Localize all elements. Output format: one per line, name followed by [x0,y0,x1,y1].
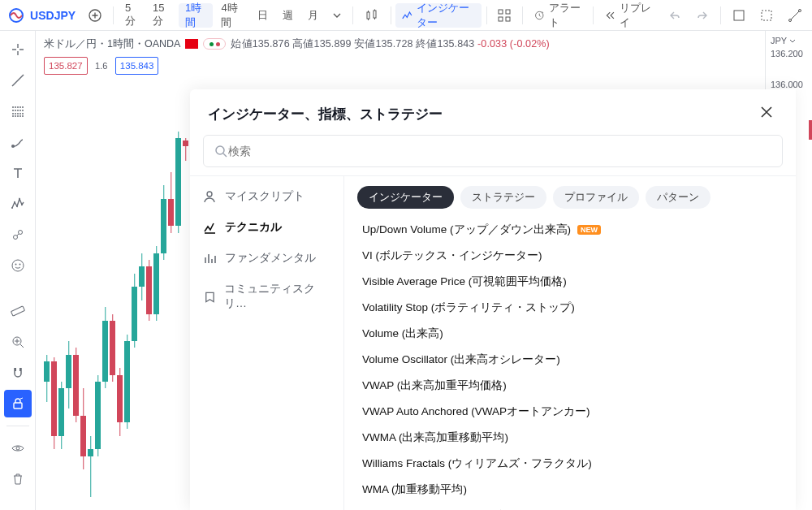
left-tool-rail [0,31,36,510]
category-item[interactable]: ファンダメンタル [190,243,343,274]
tab-0[interactable]: インジケーター [357,186,454,209]
svg-rect-4 [499,10,503,14]
tf-dropdown[interactable] [326,3,348,28]
indicator-item[interactable]: Volatility Stop (ボラティリティ・ストップ) [357,295,783,321]
candle-style-button[interactable] [358,3,386,28]
svg-rect-7 [506,17,510,21]
tool-forecast[interactable] [4,221,32,249]
tool-lock[interactable] [4,390,32,417]
tf-5m[interactable]: 5分 [119,3,145,28]
dialog-title: インジケーター、指標、ストラテジー [208,105,443,123]
tool-brush[interactable] [4,128,32,156]
redo-button[interactable] [689,3,715,28]
indicator-button[interactable]: インジケーター [395,3,481,28]
svg-point-18 [21,204,23,205]
tab-1[interactable]: ストラテジー [460,186,546,209]
indicator-item[interactable]: VWAP Auto Anchored (VWAPオートアンカー) [357,399,783,425]
alert-button[interactable]: アラート [528,3,588,28]
svg-rect-6 [499,17,503,21]
tf-1h[interactable]: 1時間 [179,3,213,28]
tool-trash[interactable] [4,465,32,493]
indicator-button-label: インジケーター [417,1,475,30]
indicator-item[interactable]: Up/Down Volume (アップ／ダウン出来高)NEW [357,217,783,243]
svg-rect-2 [367,12,369,19]
symbol-name[interactable]: USDJPY [30,9,76,22]
tf-15m[interactable]: 15分 [146,3,177,28]
svg-rect-24 [11,306,24,316]
svg-point-28 [216,146,224,154]
ohlc-readout: 始値135.876 高値135.899 安値135.728 終値135.843 … [231,36,549,52]
indicator-item[interactable]: Woodies CCI (ウッディーズCCI) [357,503,783,510]
add-symbol-button[interactable] [82,3,108,28]
indicator-item[interactable]: Volume Oscillator (出来高オシレーター) [357,347,783,373]
tool-cross[interactable] [4,36,32,63]
indicator-item[interactable]: Visible Average Price (可視範囲平均価格) [357,269,783,295]
tool-zoom[interactable] [4,328,32,356]
price-marker [809,120,812,140]
tool-trendline[interactable] [4,67,32,94]
indicator-item[interactable]: Volume (出来高) [357,321,783,347]
svg-point-20 [18,231,22,235]
svg-point-17 [19,198,20,200]
ask-price[interactable]: 135.843 [115,57,159,75]
indicator-item[interactable]: Williams Fractals (ウィリアムズ・フラクタル) [357,451,783,477]
svg-rect-5 [506,10,510,14]
tab-3[interactable]: パターン [646,186,710,209]
dialog-categories: マイスクリプトテクニカルファンダメンタルコミュニティスクリ… [190,176,344,510]
svg-point-13 [11,145,15,148]
svg-rect-26 [14,403,22,408]
dialog-close-button[interactable] [758,104,778,123]
tool-magnet[interactable] [4,359,32,387]
svg-point-15 [14,201,15,203]
layout-button[interactable] [726,3,752,28]
tab-2[interactable]: プロファイル [553,186,639,209]
svg-point-23 [19,264,20,266]
svg-point-16 [16,205,18,207]
tool-eye[interactable] [4,434,32,462]
svg-point-27 [16,447,19,450]
tool-patterns[interactable] [4,190,32,218]
tool-text[interactable] [4,159,32,187]
svg-rect-9 [734,11,744,20]
svg-point-14 [11,207,13,209]
tool-fib[interactable] [4,97,32,125]
market-status-pill [203,38,226,50]
top-toolbar: USDJPY 5分 15分 1時間 4時間 日 週 月 インジケーター アラート… [0,0,812,31]
drawing-line-button[interactable] [781,3,809,28]
svg-point-19 [13,236,17,240]
dialog-main: インジケーターストラテジープロファイルパターン Up/Down Volume (… [344,176,796,510]
indicator-item[interactable]: VWAP (出来高加重平均価格) [357,373,783,399]
tool-emoji[interactable] [4,252,32,279]
svg-point-21 [12,260,24,271]
tf-4h[interactable]: 4時間 [214,3,248,28]
search-input[interactable] [228,145,772,158]
flag-icon [185,39,198,49]
replay-button-label: リプレイ [620,1,653,30]
templates-button[interactable] [491,3,517,28]
indicator-item[interactable]: VWMA (出来高加重移動平均) [357,425,783,451]
chart-header: 米ドル／円・1時間・OANDA 始値135.876 高値135.899 安値13… [36,31,812,75]
app-logo [8,6,24,25]
undo-button[interactable] [662,3,688,28]
price-tick: 136.200 [771,49,812,58]
tf-d[interactable]: 日 [251,3,274,28]
svg-point-22 [15,264,16,266]
replay-button[interactable]: リプレイ [598,3,659,28]
layout-dotted-button[interactable] [754,3,780,28]
price-tick: 136.000 [771,80,812,89]
category-item[interactable]: コミュニティスクリ… [190,274,343,319]
indicator-list: Up/Down Volume (アップ／ダウン出来高)NEWVI (ボルテックス… [357,217,783,510]
tool-ruler[interactable] [4,297,32,325]
category-item[interactable]: マイスクリプト [190,181,343,212]
bid-price[interactable]: 135.827 [44,57,88,75]
tf-m[interactable]: 月 [301,3,325,28]
chart-description: 米ドル／円・1時間・OANDA [44,36,180,52]
category-item[interactable]: テクニカル [190,212,343,243]
currency-label: JPY [771,36,812,45]
indicator-item[interactable]: WMA (加重移動平均) [357,477,783,503]
tf-w[interactable]: 週 [276,3,300,28]
indicator-dialog: インジケーター、指標、ストラテジー マイスクリプトテクニカルファンダメンタルコミ… [190,89,796,510]
dialog-search[interactable] [203,135,783,167]
indicator-item[interactable]: VI (ボルテックス・インジケーター) [357,243,783,269]
svg-rect-10 [762,11,771,20]
